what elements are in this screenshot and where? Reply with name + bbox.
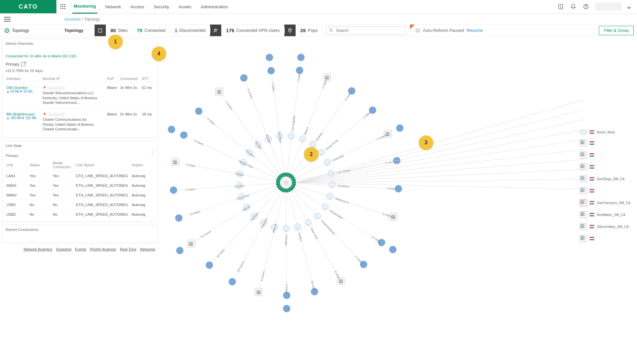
search-wrap (322, 25, 410, 36)
stats-title: Topology (56, 25, 95, 36)
svg-rect-14 (99, 29, 102, 32)
vpn-icon[interactable] (210, 25, 221, 36)
table-row[interactable]: LAN1YesYesETH_LINK_SPEED_AUTONEGAutoneg (6, 171, 154, 181)
users-node[interactable] (240, 74, 248, 82)
chevron-down-icon[interactable] (628, 4, 630, 9)
users-node[interactable] (180, 131, 187, 139)
east-site-item[interactable]: 🏢 (580, 151, 630, 159)
help-icon[interactable] (583, 3, 589, 10)
tab-access[interactable]: Access (129, 0, 146, 13)
users-node[interactable] (168, 126, 175, 133)
users-node[interactable] (229, 278, 236, 285)
east-site-item[interactable]: 🏢SiliconValley_SM_CA (580, 223, 630, 230)
pop-node[interactable] (299, 136, 306, 142)
east-site-item[interactable]: Azure_West (580, 129, 630, 135)
pop-node[interactable] (326, 193, 333, 200)
east-site-item[interactable]: 🏢SanDiego_SM_CA (580, 175, 630, 182)
east-site-item[interactable]: 🏢 (580, 235, 630, 242)
users-node[interactable] (206, 261, 213, 269)
filter-group-button[interactable]: Filter & Group (599, 26, 634, 35)
link-state-card: ⋮ Link State Primary Link Status Media C… (2, 141, 158, 222)
topology-label: London (234, 184, 245, 188)
pop-node[interactable] (322, 203, 328, 210)
svg-point-18 (216, 29, 217, 30)
pop-node[interactable] (288, 133, 295, 139)
flink-0[interactable]: Network Analytics (24, 247, 52, 251)
tab-administration[interactable]: Administration (199, 0, 229, 13)
table-row[interactable]: DIA (Granite)50 Mb50 Mbxxx.xxx.xxxGranit… (6, 82, 154, 109)
kebab-icon[interactable]: ⋮ (150, 150, 154, 155)
topology-viz[interactable]: Azure_West🏢🏢🏢🏢SanDiego_SM_CA🏢🏢SanFrancis… (160, 36, 637, 364)
svg-rect-7 (62, 8, 63, 9)
flag-icon (590, 177, 594, 181)
flink-2[interactable]: Events (75, 247, 86, 251)
east-site-item[interactable]: 🏢SanFrancisco_SM_CA (580, 199, 630, 206)
flink-5[interactable]: Networks (140, 247, 155, 251)
site-node[interactable]: 🏢 (254, 288, 262, 296)
users-node[interactable] (283, 305, 290, 312)
users-node[interactable] (297, 54, 305, 61)
site-icon: 🏢 (580, 199, 587, 206)
annotation-3: 3 (419, 135, 433, 150)
users-node[interactable] (389, 246, 396, 253)
topology-label: 10 Users (236, 260, 245, 272)
users-node[interactable] (195, 108, 202, 115)
users-node[interactable] (175, 214, 182, 222)
topology-label: 2 Users (344, 91, 352, 102)
flink-3[interactable]: Priority Analyzer (90, 247, 116, 251)
flink-1[interactable]: Snapshot (56, 247, 71, 251)
pop-node[interactable] (329, 182, 335, 188)
external-link-icon[interactable] (21, 62, 25, 66)
col-pop: PoP (106, 75, 119, 82)
breadcrumb-accounts[interactable]: Accounts (64, 17, 81, 22)
table-row[interactable]: BB (BrightHouse)100 Mb100 Mbxxx.xxx.xxxC… (6, 109, 154, 135)
table-row[interactable]: WAN1YesYesETH_LINK_SPEED_AUTONEGAutoneg (6, 181, 154, 190)
east-site-label: SiliconValley_SM_CA (597, 225, 629, 229)
users-node[interactable] (170, 186, 177, 194)
resume-link[interactable]: Resume (467, 28, 483, 33)
users-node[interactable] (176, 247, 183, 254)
table-row[interactable]: WAN2YesYesETH_LINK_SPEED_AUTONEGAutoneg (6, 190, 154, 200)
lcol-speed: Link Speed (75, 159, 131, 171)
pops-icon[interactable] (284, 25, 296, 36)
users-node[interactable] (396, 124, 403, 132)
users-node[interactable] (267, 67, 275, 74)
site-node[interactable]: 🏢 (187, 240, 195, 248)
tab-assets[interactable]: Assets (177, 0, 193, 13)
brand-logo[interactable]: CATO (0, 0, 56, 13)
table-row[interactable]: USB1NoNoETH_LINK_SPEED_AUTONEGAutoneg (6, 200, 154, 210)
search-input[interactable] (326, 26, 406, 35)
east-site-item[interactable]: 🏢 (580, 139, 630, 147)
topology-label: Sydney (315, 132, 323, 142)
account-dropdown[interactable] (595, 3, 622, 11)
pop-node[interactable] (294, 224, 301, 230)
sites-icon[interactable] (95, 25, 106, 36)
pop-node[interactable] (324, 159, 331, 166)
tab-monitoring[interactable]: Monitoring (72, 0, 97, 14)
menu-icon[interactable] (4, 17, 11, 22)
east-site-item[interactable]: 🏢 (580, 163, 630, 171)
site-node[interactable]: 🏢 (215, 88, 223, 96)
apps-icon[interactable] (56, 0, 70, 13)
site-node[interactable]: 🏢 (171, 158, 179, 166)
lcol-status: Status (29, 159, 52, 171)
table-row[interactable]: USB2NoNoETH_LINK_SPEED_AUTONEGAutoneg (6, 210, 154, 219)
topology-edge (296, 149, 584, 183)
alert-icon[interactable] (557, 3, 564, 10)
east-site-item[interactable]: 🏢RenMateo_SM_CA (580, 211, 630, 218)
east-site-label: Azure_West (597, 130, 615, 134)
topology-label: Hong Kong (324, 139, 338, 151)
pop-node[interactable] (318, 149, 324, 156)
tab-network[interactable]: Network (104, 0, 122, 13)
topology-label: New York (310, 227, 319, 240)
pop-node[interactable] (314, 213, 321, 219)
pop-node[interactable] (283, 225, 289, 232)
bell-icon[interactable] (570, 3, 577, 10)
east-site-item[interactable]: 🏢 (580, 187, 630, 194)
flink-4[interactable]: Real Time (120, 247, 137, 251)
users-node[interactable] (266, 54, 273, 61)
pop-node[interactable] (305, 219, 312, 226)
tab-security[interactable]: Security (152, 0, 171, 13)
left-nav-topology[interactable]: Topology (0, 28, 34, 33)
topology-label: 1 Users (354, 255, 364, 265)
